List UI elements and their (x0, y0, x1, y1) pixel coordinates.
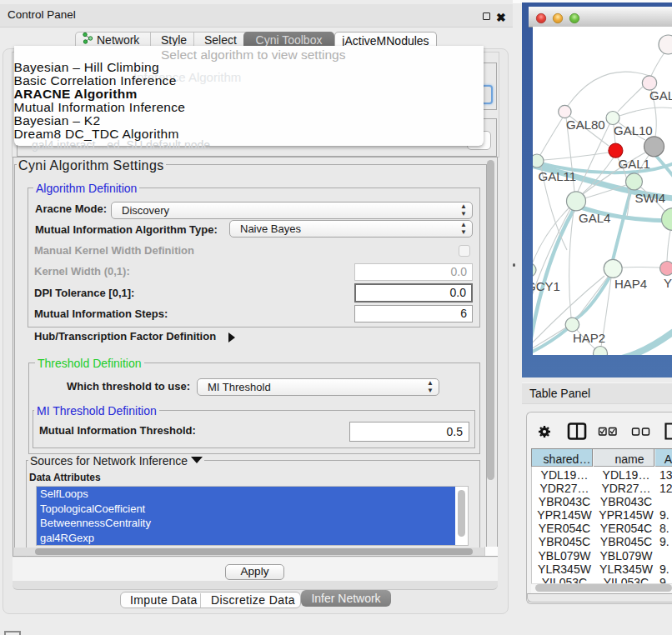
svg-text:GAL1: GAL1 (619, 157, 650, 171)
svg-text:GAL10: GAL10 (614, 123, 653, 138)
svg-text:SWI4: SWI4 (635, 191, 666, 205)
svg-text:GAL7: GAL7 (649, 88, 672, 102)
svg-text:GAL11: GAL11 (539, 169, 577, 183)
svg-text:HAP2: HAP2 (573, 331, 605, 345)
svg-text:HAP4: HAP4 (614, 277, 647, 291)
svg-text:Y: Y (664, 276, 672, 290)
svg-text:GAL4: GAL4 (579, 211, 610, 225)
svg-text:GAL80: GAL80 (566, 118, 605, 132)
svg-text:GCY1: GCY1 (533, 279, 560, 293)
